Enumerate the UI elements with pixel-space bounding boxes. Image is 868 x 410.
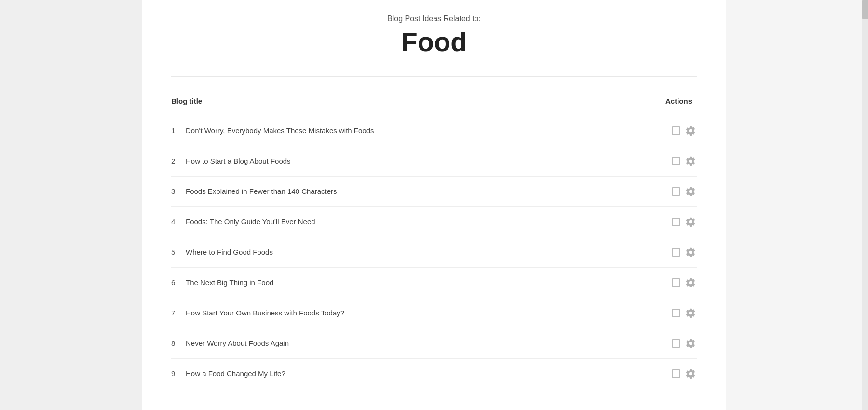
table-row: 6 The Next Big Thing in Food xyxy=(171,268,697,298)
gear-icon[interactable] xyxy=(684,155,697,167)
table-row: 3 Foods Explained in Fewer than 140 Char… xyxy=(171,177,697,207)
left-sidebar xyxy=(0,0,142,410)
blog-list: 1 Don't Worry, Everybody Makes These Mis… xyxy=(171,116,697,389)
table-row: 8 Never Worry About Foods Again xyxy=(171,328,697,359)
row-actions xyxy=(672,337,697,350)
gear-icon[interactable] xyxy=(684,246,697,259)
row-number: 5 xyxy=(171,248,186,256)
gear-icon[interactable] xyxy=(684,368,697,380)
table-row: 9 How a Food Changed My Life? xyxy=(171,359,697,389)
page-subtitle: Blog Post Ideas Related to: xyxy=(171,14,697,23)
row-actions xyxy=(672,216,697,228)
row-number: 8 xyxy=(171,339,186,347)
row-number: 9 xyxy=(171,369,186,378)
right-sidebar xyxy=(726,0,868,410)
checkbox-icon[interactable] xyxy=(672,157,680,165)
col-blog-title-header: Blog title xyxy=(171,97,202,105)
page-header: Blog Post Ideas Related to: Food xyxy=(171,14,697,77)
row-actions xyxy=(672,246,697,259)
checkbox-icon[interactable] xyxy=(672,339,680,348)
table-row: 7 How Start Your Own Business with Foods… xyxy=(171,298,697,328)
row-left-4: 5 Where to Find Good Foods xyxy=(171,248,672,256)
checkbox-icon[interactable] xyxy=(672,369,680,378)
row-number: 4 xyxy=(171,218,186,226)
gear-icon[interactable] xyxy=(684,307,697,319)
gear-icon[interactable] xyxy=(684,276,697,289)
row-title: Foods Explained in Fewer than 140 Charac… xyxy=(186,187,672,195)
row-actions xyxy=(672,155,697,167)
checkbox-icon[interactable] xyxy=(672,187,680,196)
scrollbar-thumb[interactable] xyxy=(862,0,868,19)
row-actions xyxy=(672,124,697,137)
row-title: How Start Your Own Business with Foods T… xyxy=(186,309,672,317)
row-left-7: 8 Never Worry About Foods Again xyxy=(171,339,672,347)
gear-icon[interactable] xyxy=(684,185,697,198)
row-left-3: 4 Foods: The Only Guide You'll Ever Need xyxy=(171,218,672,226)
row-title: How to Start a Blog About Foods xyxy=(186,157,672,165)
checkbox-icon[interactable] xyxy=(672,278,680,287)
row-actions xyxy=(672,185,697,198)
row-title: Never Worry About Foods Again xyxy=(186,339,672,347)
row-number: 3 xyxy=(171,187,186,195)
row-title: Where to Find Good Foods xyxy=(186,248,672,256)
row-number: 1 xyxy=(171,126,186,135)
row-actions xyxy=(672,368,697,380)
row-left-0: 1 Don't Worry, Everybody Makes These Mis… xyxy=(171,126,672,135)
table-row: 2 How to Start a Blog About Foods xyxy=(171,146,697,177)
table-header: Blog title Actions xyxy=(171,91,697,111)
gear-icon[interactable] xyxy=(684,124,697,137)
table-row: 5 Where to Find Good Foods xyxy=(171,237,697,268)
row-title: How a Food Changed My Life? xyxy=(186,369,672,378)
gear-icon[interactable] xyxy=(684,216,697,228)
checkbox-icon[interactable] xyxy=(672,309,680,317)
row-left-2: 3 Foods Explained in Fewer than 140 Char… xyxy=(171,187,672,195)
row-number: 2 xyxy=(171,157,186,165)
table-row: 4 Foods: The Only Guide You'll Ever Need xyxy=(171,207,697,237)
checkbox-icon[interactable] xyxy=(672,126,680,135)
row-left-5: 6 The Next Big Thing in Food xyxy=(171,278,672,287)
checkbox-icon[interactable] xyxy=(672,248,680,257)
row-title: Don't Worry, Everybody Makes These Mista… xyxy=(186,126,672,135)
row-left-8: 9 How a Food Changed My Life? xyxy=(171,369,672,378)
row-actions xyxy=(672,307,697,319)
row-title: The Next Big Thing in Food xyxy=(186,278,672,287)
row-left-1: 2 How to Start a Blog About Foods xyxy=(171,157,672,165)
row-title: Foods: The Only Guide You'll Ever Need xyxy=(186,218,672,226)
scrollbar-track[interactable] xyxy=(862,0,868,410)
row-actions xyxy=(672,276,697,289)
gear-icon[interactable] xyxy=(684,337,697,350)
table-row: 1 Don't Worry, Everybody Makes These Mis… xyxy=(171,116,697,146)
row-number: 7 xyxy=(171,309,186,317)
page-title: Food xyxy=(171,27,697,57)
col-actions-header: Actions xyxy=(665,97,692,105)
row-left-6: 7 How Start Your Own Business with Foods… xyxy=(171,309,672,317)
main-content: Blog Post Ideas Related to: Food Blog ti… xyxy=(142,0,726,410)
row-number: 6 xyxy=(171,278,186,287)
checkbox-icon[interactable] xyxy=(672,218,680,226)
